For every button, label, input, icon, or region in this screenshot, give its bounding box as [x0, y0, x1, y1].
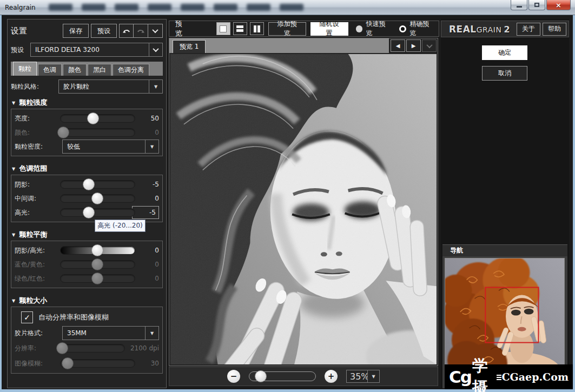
highlights-tooltip: 高光 (-20...20) [95, 220, 146, 232]
preview-image[interactable] [170, 54, 437, 364]
save-button[interactable]: 保存 [63, 24, 89, 38]
triangle-down-icon: ▼ [149, 80, 162, 93]
navigator-thumbnail[interactable] [445, 258, 565, 378]
minimize-button[interactable] [511, 0, 527, 10]
window-title: Realgrain [0, 4, 36, 11]
tab-scroll-right-button[interactable]: ▶ [406, 39, 421, 52]
triangle-down-icon: ▼ [145, 140, 158, 153]
section-grain-size[interactable]: ▼ 颗粒大小 [12, 296, 163, 305]
quick-preview-radio[interactable]: 快速预览 [356, 19, 392, 38]
grain-density-select[interactable]: 较低 ▼ [62, 139, 159, 154]
section-grain-strength[interactable]: ▼ 颗粒强度 [12, 98, 163, 108]
brightness-slider[interactable] [60, 114, 135, 123]
maximize-icon [534, 3, 539, 7]
tab-color[interactable]: 颜色 [63, 64, 87, 76]
chevron-down-icon [426, 42, 432, 48]
auto-resolution-checkbox[interactable]: ✓ [21, 311, 33, 323]
collapse-triangle-icon: ▼ [12, 298, 15, 303]
tab-tone[interactable]: 色调 [38, 64, 62, 76]
cancel-button[interactable]: 取消 [482, 66, 527, 81]
watermark-site: CGaep.Com [501, 371, 569, 383]
shadows-slider[interactable] [60, 180, 135, 189]
chevron-down-icon [149, 43, 162, 56]
grain-density-label: 颗粒密度: [15, 142, 62, 151]
settings-heading: 设置 [11, 26, 27, 36]
zoom-slider-thumb[interactable] [255, 370, 267, 382]
slider-thumb[interactable] [91, 244, 103, 256]
layout-horizontal-split-button[interactable] [233, 22, 247, 35]
slider-thumb[interactable] [87, 112, 99, 124]
random-settings-button[interactable]: 随机设置 [310, 22, 348, 36]
layout-vertical-split-button[interactable] [250, 22, 264, 35]
navigator-title: 导航 [450, 246, 463, 255]
watermark-seal-icon [497, 375, 501, 380]
film-format-label: 胶片格式: [15, 329, 62, 338]
zoom-slider[interactable] [249, 371, 316, 381]
about-button[interactable]: 关于 [517, 23, 540, 36]
tab-split-tone[interactable]: 色调分离 [113, 64, 149, 76]
maximize-button[interactable] [528, 0, 545, 10]
blue-yellow-slider [60, 260, 135, 269]
ok-button[interactable]: 确定 [482, 45, 527, 60]
app-window: Realgrain × 设置 保存 预设 [0, 0, 575, 392]
section-tonal-range[interactable]: ▼ 色调范围 [12, 164, 163, 174]
preview-toolbar: 预览 添加预览 随机设置 快速预览 精确预览 [169, 21, 439, 37]
preview-tabstrip: 预览 1 ◀ ▶ [169, 38, 438, 53]
watermark-bar: Cg 学摄 CGaep.Com [445, 364, 573, 389]
zoom-level-value: 35% [347, 371, 367, 382]
collapse-triangle-icon: ▼ [12, 232, 15, 237]
titlebar-blurred-items [49, 4, 303, 11]
zoom-level-select[interactable]: 35% ▼ [346, 370, 380, 383]
history-dropdown-button[interactable] [148, 24, 163, 38]
brightness-label: 亮度: [15, 114, 60, 123]
film-format-value: 35MM [63, 329, 145, 337]
plus-icon: + [328, 371, 335, 381]
help-button[interactable]: 帮助 [543, 23, 566, 36]
layout-single-button[interactable] [216, 22, 230, 35]
midtones-slider[interactable] [60, 194, 135, 203]
grain-style-label: 颗粒风格: [11, 82, 58, 91]
radio-icon [356, 25, 363, 32]
bw-portrait-image [170, 54, 437, 364]
tab-grain[interactable]: 颗粒 [13, 62, 37, 76]
preset-label: 预设 [11, 45, 30, 55]
grain-style-select[interactable]: 胶片颗粒 ▼ [58, 79, 163, 94]
tab-bw[interactable]: 黑白 [88, 64, 111, 76]
triangle-down-icon: ▼ [367, 370, 379, 382]
zoom-bar: − + 35% ▼ [169, 367, 438, 386]
blue-yellow-label: 蓝色/黄色: [15, 260, 60, 269]
highlights-value[interactable]: -5 [132, 206, 159, 219]
film-format-select[interactable]: 35MM ▼ [62, 326, 159, 340]
slider-thumb[interactable] [83, 178, 95, 190]
highlights-slider[interactable] [60, 208, 135, 217]
color-value: 0 [138, 129, 159, 136]
chevron-down-icon [152, 27, 158, 33]
collapse-triangle-icon: ▼ [12, 101, 15, 105]
watermark-cg-logo: Cg [449, 367, 471, 387]
tab-scroll-left-button[interactable]: ◀ [391, 39, 405, 52]
image-blur-label: 图像模糊: [15, 359, 60, 368]
shadow-highlight-slider[interactable] [60, 246, 135, 255]
accurate-preview-radio[interactable]: 精确预览 [399, 19, 435, 38]
titlebar: Realgrain [0, 0, 575, 15]
add-preview-button[interactable]: 添加预览 [268, 22, 306, 36]
midtones-value: 0 [138, 195, 159, 202]
horizontal-split-icon [236, 25, 243, 32]
plugin-header: REALGRAIN2 关于 帮助 [441, 21, 569, 37]
preview-tab-1[interactable]: 预览 1 [173, 40, 206, 53]
zoom-in-button[interactable]: + [325, 370, 338, 383]
preset-button[interactable]: 预设 [91, 24, 117, 38]
slider-thumb[interactable] [83, 207, 95, 218]
undo-button[interactable] [119, 24, 134, 38]
green-red-slider [60, 274, 135, 283]
close-button[interactable]: × [546, 0, 571, 10]
image-blur-slider [60, 359, 135, 368]
preset-select[interactable]: ILFORD DELTA 3200 [30, 43, 163, 57]
brightness-value: 50 [138, 115, 159, 122]
slider-thumb[interactable] [91, 192, 103, 204]
tab-list-button[interactable] [422, 39, 437, 52]
triangle-down-icon: ▼ [145, 327, 158, 340]
zoom-out-button[interactable]: − [227, 370, 240, 383]
redo-button[interactable] [134, 24, 148, 38]
green-red-label: 绿色/红色: [15, 274, 60, 283]
